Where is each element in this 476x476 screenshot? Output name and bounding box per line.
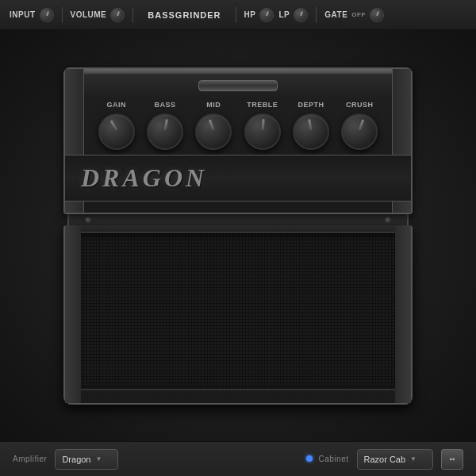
toolbar-sep-3 [236, 7, 236, 23]
amplifier-arrow-icon: ▼ [95, 455, 102, 463]
amp-name: DRAGON [81, 163, 207, 192]
depth-group: DEPTH [293, 101, 329, 150]
mid-knob[interactable] [195, 113, 232, 150]
main-area: GAIN BASS MID TREBLE DEPTH [0, 30, 476, 441]
amp-cabinet [63, 225, 413, 405]
mid-group: MID [195, 101, 232, 150]
input-knob[interactable] [40, 8, 54, 22]
treble-group: TREBLE [244, 101, 281, 150]
cabinet-label: Cabinet [306, 455, 348, 463]
bass-label: BASS [154, 101, 175, 109]
amplifier-select[interactable]: Dragon ▼ [55, 449, 118, 470]
lp-knob[interactable] [294, 8, 308, 22]
lp-control: LP [278, 8, 308, 22]
bottom-bar: Amplifier Dragon ▼ Cabinet Razor Cab ▼ ▪… [0, 441, 476, 476]
volume-knob[interactable] [110, 8, 125, 22]
volume-label: VOLUME [71, 10, 107, 19]
handle-bar [198, 80, 278, 91]
input-label: INPUT [10, 10, 36, 19]
crush-group: CRUSH [341, 101, 378, 150]
gate-off-label: OFF [351, 11, 366, 18]
gain-group: GAIN [98, 101, 135, 150]
treble-knob[interactable] [244, 113, 281, 150]
gain-knob[interactable] [98, 113, 135, 150]
amplifier-label: Amplifier [13, 455, 47, 463]
volume-control: VOLUME [71, 8, 125, 22]
bass-group: BASS [147, 101, 183, 150]
cab-texture-left [65, 225, 81, 403]
gate-label: GATE [324, 10, 347, 19]
crush-knob[interactable] [341, 113, 378, 150]
treble-label: TREBLE [247, 101, 278, 109]
hp-knob[interactable] [259, 8, 274, 22]
speaker-grille [76, 232, 400, 390]
cabinet-dot-icon [306, 455, 313, 462]
toolbar-sep-4 [316, 7, 317, 23]
cabinet-extra-icon: ▪▪ [449, 455, 455, 463]
mid-label: MID [206, 101, 221, 109]
hp-label: HP [244, 10, 256, 19]
lp-label: LP [278, 10, 290, 19]
toolbar-sep-2 [132, 7, 133, 23]
cabinet-extra-button[interactable]: ▪▪ [441, 449, 463, 470]
cabinet-select[interactable]: Razor Cab ▼ [357, 449, 434, 470]
amp-unit: GAIN BASS MID TREBLE DEPTH [63, 67, 413, 405]
depth-label: DEPTH [298, 101, 324, 109]
handle-area [76, 77, 400, 91]
depth-knob[interactable] [293, 113, 329, 150]
bass-knob[interactable] [147, 113, 183, 150]
hp-control: HP [244, 8, 274, 22]
cabinet-value: Razor Cab [364, 455, 406, 464]
input-control: INPUT [10, 8, 54, 22]
knobs-row: GAIN BASS MID TREBLE DEPTH [76, 94, 400, 155]
cabinet-arrow-icon: ▼ [410, 455, 416, 463]
amp-connector [67, 214, 409, 225]
app-title: BASSGRINDER [141, 10, 227, 20]
toolbar: INPUT VOLUME BASSGRINDER HP LP GATE OFF [0, 0, 476, 30]
gate-knob[interactable] [370, 8, 384, 22]
gain-label: GAIN [106, 101, 126, 109]
gate-control: GATE OFF [324, 8, 384, 22]
toolbar-sep-1 [62, 7, 63, 23]
amp-name-strip: DRAGON [65, 155, 411, 202]
amplifier-value: Dragon [62, 455, 90, 464]
cab-texture-right [395, 225, 411, 403]
connector-bolt-left [85, 217, 91, 223]
crush-label: CRUSH [346, 101, 374, 109]
connector-bolt-right [385, 217, 391, 223]
amp-head: GAIN BASS MID TREBLE DEPTH [63, 67, 413, 214]
